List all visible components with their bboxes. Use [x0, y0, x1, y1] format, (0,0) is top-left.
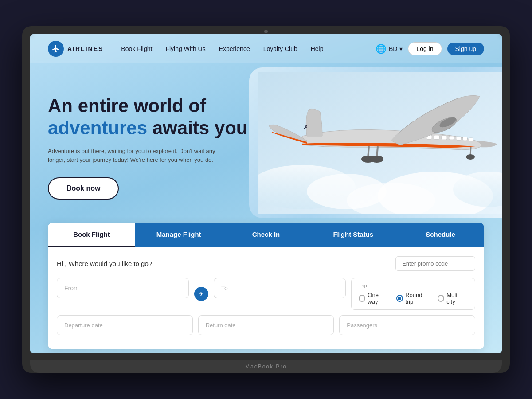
nav-flying-with-us[interactable]: Flying With Us — [165, 45, 205, 52]
laptop-brand-label: MacBook Pro — [245, 364, 287, 370]
navbar: AIRLINES Book Flight Flying With Us Expe… — [30, 34, 502, 63]
trip-options: One way Round trip — [359, 292, 468, 305]
nav-links: Book Flight Flying With Us Experience Lo… — [121, 45, 376, 52]
tab-manage-flight[interactable]: Manage Flight — [135, 223, 223, 247]
svg-point-18 — [370, 156, 383, 163]
trip-label: Trip — [359, 283, 468, 288]
return-date-group — [198, 315, 334, 335]
return-date-input[interactable] — [198, 315, 334, 335]
tab-schedule[interactable]: Schedule — [397, 223, 484, 247]
nav-right: 🌐 BD ▾ Log in Sign up — [376, 42, 484, 55]
svg-rect-8 — [442, 136, 447, 140]
chevron-down-icon: ▾ — [399, 45, 403, 52]
login-button[interactable]: Log in — [408, 42, 442, 55]
airline-logo-icon — [48, 41, 64, 57]
tab-check-in[interactable]: Check In — [223, 223, 310, 247]
round-trip-label: Round trip — [405, 292, 430, 305]
nav-loyalty-club[interactable]: Loyalty Club — [263, 45, 297, 52]
hero-accent: adventures — [48, 117, 147, 138]
laptop-camera — [264, 30, 268, 33]
from-to-row: ✈ Trip One way — [57, 278, 475, 310]
hero-line2-rest: awaits you — [147, 117, 247, 138]
departure-date-group — [57, 315, 193, 335]
nav-experience[interactable]: Experience — [219, 45, 250, 52]
round-trip-radio-dot — [398, 297, 401, 300]
laptop-frame: AIRLINES Book Flight Flying With Us Expe… — [22, 26, 510, 373]
hero-section: An entire world of adventures awaits you… — [30, 63, 502, 223]
from-input-group — [57, 278, 189, 310]
logo-text: AIRLINES — [67, 45, 103, 52]
booking-form: Hi , Where would you like to go? ✈ Trip — [48, 247, 484, 349]
nav-help[interactable]: Help — [311, 45, 324, 52]
lang-code: BD — [389, 45, 397, 52]
multi-city-label: Multi city — [446, 292, 468, 305]
svg-rect-10 — [456, 137, 461, 140]
to-input-group — [214, 278, 346, 310]
departure-date-input[interactable] — [57, 315, 193, 335]
passengers-input[interactable] — [339, 315, 475, 335]
trip-type-box: Trip One way Round t — [351, 278, 475, 310]
laptop-bottom: MacBook Pro — [30, 360, 502, 373]
language-selector[interactable]: 🌐 BD ▾ — [376, 43, 403, 54]
passengers-group — [339, 315, 475, 335]
nav-book-flight[interactable]: Book Flight — [121, 45, 152, 52]
round-trip-option[interactable]: Round trip — [396, 292, 430, 305]
one-way-option[interactable]: One way — [359, 292, 389, 305]
svg-point-20 — [466, 154, 475, 160]
form-greeting: Hi , Where would you like to go? — [57, 260, 152, 267]
one-way-radio[interactable] — [359, 295, 365, 302]
promo-code-input[interactable] — [395, 256, 475, 271]
tab-flight-status[interactable]: Flight Status — [309, 223, 397, 247]
book-now-button[interactable]: Book now — [48, 177, 119, 200]
svg-rect-12 — [469, 138, 473, 141]
multi-city-option[interactable]: Multi city — [438, 292, 468, 305]
screen-content: AIRLINES Book Flight Flying With Us Expe… — [30, 34, 502, 353]
hero-subtitle: Adventure is out there, waiting for you … — [48, 147, 234, 165]
booking-panel: Book Flight Manage Flight Check In Fligh… — [48, 223, 484, 349]
svg-rect-7 — [434, 135, 439, 139]
hero-line1: An entire world of — [48, 95, 206, 116]
hero-title: An entire world of adventures awaits you — [48, 95, 288, 140]
one-way-label: One way — [368, 292, 389, 305]
tabs-container: Book Flight Manage Flight Check In Fligh… — [48, 223, 484, 247]
svg-rect-9 — [449, 136, 454, 140]
swap-button[interactable]: ✈ — [194, 287, 208, 301]
to-input[interactable] — [214, 278, 346, 298]
tab-book-flight[interactable]: Book Flight — [48, 223, 135, 247]
from-input[interactable] — [57, 278, 189, 298]
signup-button[interactable]: Sign up — [447, 43, 484, 55]
globe-icon: 🌐 — [376, 43, 387, 54]
round-trip-radio[interactable] — [396, 295, 403, 302]
laptop-screen: AIRLINES Book Flight Flying With Us Expe… — [30, 34, 502, 353]
logo-area: AIRLINES — [48, 41, 103, 57]
dates-passengers-row — [57, 315, 475, 335]
svg-rect-11 — [463, 137, 467, 141]
multi-city-radio[interactable] — [438, 295, 444, 302]
form-header: Hi , Where would you like to go? — [57, 256, 475, 271]
hero-text: An entire world of adventures awaits you… — [48, 95, 288, 200]
laptop-notch — [222, 353, 310, 360]
